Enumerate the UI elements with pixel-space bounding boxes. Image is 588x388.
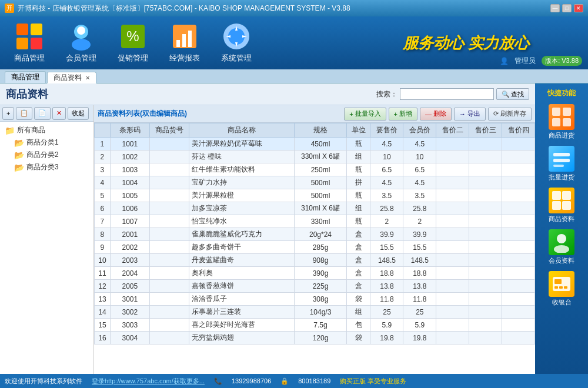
svg-rect-19 bbox=[553, 153, 570, 156]
cell-5-7: 25.8 bbox=[403, 202, 436, 215]
quick-goods-info[interactable]: 商品资料 bbox=[538, 185, 585, 226]
delete-category-button[interactable]: ✕ bbox=[52, 107, 66, 120]
tab-goods-management[interactable]: 商品管理 bbox=[5, 71, 46, 83]
right-toolbar: 商品资料列表(双击编辑商品) + 批量导入 + 新增 — 删除 → bbox=[94, 105, 535, 123]
quick-goods-in[interactable]: 商品进货 bbox=[538, 102, 585, 142]
import-icon: + bbox=[349, 111, 353, 118]
quick-batch-in[interactable]: 批量进货 bbox=[538, 143, 585, 184]
search-input[interactable] bbox=[400, 88, 494, 100]
table-row[interactable]: 61006加多宝凉茶310ml X 6罐组25.825.8 bbox=[95, 202, 535, 215]
col-itemno: 商品货号 bbox=[149, 123, 189, 138]
table-row[interactable]: 11001美汁源果粒奶优草莓味450ml瓶4.54.5 bbox=[95, 138, 535, 150]
svg-point-6 bbox=[77, 26, 85, 35]
cell-7-7: 39.9 bbox=[403, 228, 436, 241]
cell-8-10 bbox=[502, 241, 535, 254]
cell-2-7: 6.5 bbox=[403, 163, 436, 176]
nav-member[interactable]: 会员管理 bbox=[58, 20, 105, 66]
cell-5-2 bbox=[149, 202, 189, 215]
search-button[interactable]: 🔍 查找 bbox=[496, 88, 529, 100]
table-row[interactable]: 122005嘉顿香葱薄饼225g盒13.813.8 bbox=[95, 280, 535, 293]
delete-goods-button[interactable]: — 删除 bbox=[420, 108, 452, 121]
col-barcode: 条形码 bbox=[110, 123, 149, 138]
website-link[interactable]: 登录http://www.757abc.com/获取更多... bbox=[92, 377, 205, 386]
main-area: 商品资料 搜索： 🔍 查找 + 📋 bbox=[0, 83, 588, 374]
cell-7-9 bbox=[469, 228, 502, 241]
page-title: 商品资料 bbox=[6, 87, 376, 101]
table-row[interactable]: 21002芬达 橙味330ml X 6罐组1010 bbox=[95, 150, 535, 163]
table-row[interactable]: 163004无穷盐焗鸡翅120g袋19.819.8 bbox=[95, 332, 535, 344]
table-row[interactable]: 153003喜之郎美好时光海苔7.5g包5.95.9 bbox=[95, 319, 535, 332]
cell-15-10 bbox=[502, 332, 535, 344]
cell-1-7: 10 bbox=[403, 150, 436, 163]
cell-3-2 bbox=[149, 176, 189, 189]
tree-root-all[interactable]: 📁 所有商品 bbox=[2, 124, 91, 136]
table-row[interactable]: 31003红牛维生素功能饮料250ml瓶6.56.5 bbox=[95, 163, 535, 176]
cell-6-4: 330ml bbox=[294, 215, 346, 228]
svg-rect-25 bbox=[562, 201, 571, 210]
cell-3-6: 4.5 bbox=[370, 176, 403, 189]
tab-goods-info[interactable]: 商品资料 ✕ bbox=[47, 72, 96, 83]
quick-member-info[interactable]: 会员资料 bbox=[538, 227, 585, 267]
table-row[interactable]: 41004宝矿力水持500ml拼4.54.5 bbox=[95, 176, 535, 189]
tree-item-cat1[interactable]: 📂 商品分类1 bbox=[12, 136, 91, 149]
cell-11-5: 盒 bbox=[347, 280, 370, 293]
cell-15-8 bbox=[436, 332, 469, 344]
add-goods-button[interactable]: + 新增 bbox=[389, 108, 417, 121]
copy-button[interactable]: 📋 bbox=[16, 107, 32, 120]
batch-import-button[interactable]: + 批量导入 bbox=[344, 108, 386, 121]
nav-report[interactable]: 经营报表 bbox=[161, 20, 208, 66]
table-row[interactable]: 51005美汁源果粒橙500ml瓶3.53.5 bbox=[95, 189, 535, 202]
maximize-button[interactable]: □ bbox=[562, 4, 572, 12]
close-button[interactable]: ✕ bbox=[574, 4, 583, 12]
cell-6-8 bbox=[436, 215, 469, 228]
collapse-button[interactable]: 收起 bbox=[68, 107, 89, 120]
paste-button[interactable]: 📄 bbox=[34, 107, 51, 120]
table-row[interactable]: 133001洽洽香瓜子308g袋11.811.8 bbox=[95, 293, 535, 306]
svg-point-27 bbox=[554, 245, 569, 253]
refresh-stock-button[interactable]: ⟳ 刷新库存 bbox=[488, 108, 532, 121]
col-retail: 要售价 bbox=[370, 123, 403, 138]
phone-icon: 📞 bbox=[214, 377, 222, 385]
nav-system[interactable]: 系统管理 bbox=[213, 20, 260, 66]
cell-7-10 bbox=[502, 228, 535, 241]
add-icon: + bbox=[6, 110, 10, 117]
svg-rect-30 bbox=[554, 286, 558, 289]
cell-1-0: 2 bbox=[95, 150, 111, 163]
cell-0-7: 4.5 bbox=[403, 138, 436, 150]
table-row[interactable]: 92002趣多多曲奇饼干285g盒15.515.5 bbox=[95, 241, 535, 254]
table-row[interactable]: 143002乐事薯片三连装104g/3组2525 bbox=[95, 306, 535, 319]
table-row[interactable]: 71007怡宝纯净水330ml瓶22 bbox=[95, 215, 535, 228]
nav-promo[interactable]: % 促销管理 bbox=[109, 20, 156, 66]
cell-15-7: 19.8 bbox=[403, 332, 436, 344]
tree-item-cat2[interactable]: 📂 商品分类2 bbox=[12, 149, 91, 161]
cell-12-4: 308g bbox=[294, 293, 346, 306]
nav-goods[interactable]: 商品管理 bbox=[6, 20, 53, 66]
cell-4-6: 3.5 bbox=[370, 189, 403, 202]
table-row[interactable]: 112004奥利奥390g盒18.818.8 bbox=[95, 267, 535, 280]
svg-rect-31 bbox=[559, 286, 563, 289]
cell-6-3: 怡宝纯净水 bbox=[189, 215, 294, 228]
cell-0-0: 1 bbox=[95, 138, 111, 150]
table-row[interactable]: 102003丹麦蓝罐曲奇908g盒148.5148.5 bbox=[95, 254, 535, 267]
cell-0-8 bbox=[436, 138, 469, 150]
export-button[interactable]: → 导出 bbox=[454, 108, 486, 121]
cell-13-8 bbox=[436, 306, 469, 319]
export-icon: → bbox=[459, 111, 466, 118]
cell-5-9 bbox=[469, 202, 502, 215]
add-category-button[interactable]: + bbox=[2, 107, 14, 120]
cell-3-5: 拼 bbox=[347, 176, 370, 189]
tree-item-cat3[interactable]: 📂 商品分类3 bbox=[12, 161, 91, 173]
minimize-button[interactable]: — bbox=[550, 4, 560, 12]
cell-8-0: 9 bbox=[95, 241, 111, 254]
tab-close-icon[interactable]: ✕ bbox=[85, 75, 90, 81]
cell-4-8 bbox=[436, 189, 469, 202]
goods-table: 条形码 商品货号 商品名称 规格 单位 要售价 会员价 售价二 售价三 售价四 bbox=[94, 123, 535, 344]
quick-cashier[interactable]: 收银台 bbox=[538, 269, 585, 309]
cell-14-2 bbox=[149, 319, 189, 332]
cell-3-7: 4.5 bbox=[403, 176, 436, 189]
cell-13-9 bbox=[469, 306, 502, 319]
cell-13-10 bbox=[502, 306, 535, 319]
cell-12-1: 3001 bbox=[110, 293, 149, 306]
table-row[interactable]: 82001雀巢脆脆鲨威化巧克力20g*24盒39.939.9 bbox=[95, 228, 535, 241]
cell-10-9 bbox=[469, 267, 502, 280]
